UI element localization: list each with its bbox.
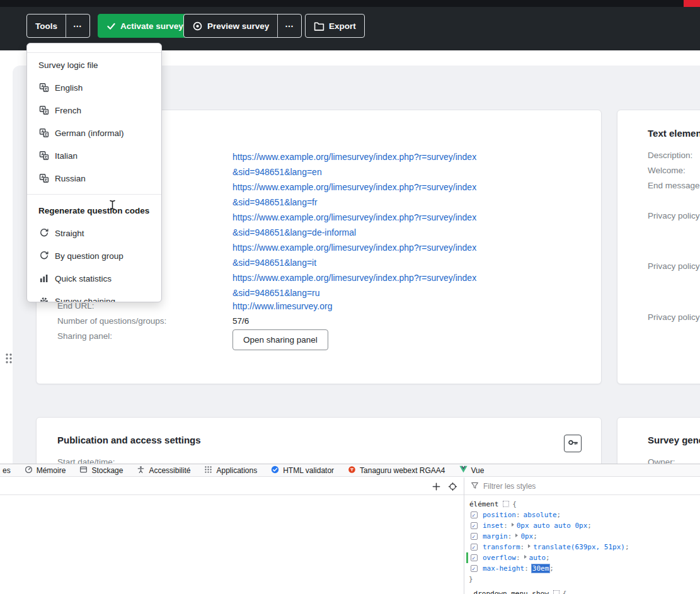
devtools-tab-storage[interactable]: Stockage — [72, 464, 130, 476]
devtools-tab-label: Vue — [471, 466, 485, 475]
css-property-name[interactable]: overflow — [483, 554, 516, 562]
devtools-tab-tanaguru[interactable]: Tanaguru webext RGAA4 — [341, 464, 452, 476]
regenerate-icon — [38, 251, 49, 261]
grid-icon — [204, 465, 212, 476]
devtools-tab-accessibility[interactable]: Accessibilité — [130, 464, 197, 476]
survey-url-link[interactable]: https://www.example.org/limesurvey/index… — [232, 270, 477, 300]
text-element-label: Privacy policy label: — [648, 312, 700, 322]
tools-button[interactable]: Tools ⋯ — [26, 14, 90, 38]
css-property-name[interactable]: inset — [483, 522, 503, 530]
devtools-tab-applications[interactable]: Applications — [197, 464, 264, 476]
styles-filter-input[interactable] — [483, 482, 694, 491]
devtools-tab-vue[interactable]: Vue — [452, 464, 491, 476]
menu-item-language-french[interactable]: French — [27, 99, 161, 122]
menu-item-language-russian[interactable]: Russian — [27, 167, 161, 190]
tools-more-button[interactable]: ⋯ — [66, 14, 89, 37]
tools-button-label[interactable]: Tools — [27, 14, 66, 37]
css-value[interactable]: 0px auto auto 0px — [517, 522, 588, 530]
filter-icon — [471, 481, 479, 492]
devtools-tab-label: Tanaguru webext RGAA4 — [360, 466, 445, 475]
css-property-name[interactable]: transform — [483, 543, 520, 551]
menu-item-language-german-informal[interactable]: German (informal) — [27, 122, 161, 144]
css-property-line: transform:translate(639px, 51px); — [464, 542, 700, 552]
language-icon — [38, 173, 49, 184]
drag-handle[interactable] — [5, 353, 13, 367]
text-element-label: Description: — [648, 151, 692, 160]
text-elements-card: Text elements Description: Welcome: End … — [617, 110, 700, 384]
property-toggle-checkbox[interactable] — [471, 511, 478, 518]
devtools-tab-label: Stockage — [91, 466, 123, 475]
grid-badge-icon[interactable] — [553, 590, 559, 594]
menu-item-language-italian[interactable]: Italian — [27, 144, 161, 167]
css-property-name[interactable]: position — [483, 511, 516, 519]
vue-icon — [459, 465, 468, 475]
close-brace: } — [469, 575, 473, 583]
menu-item-language-english[interactable]: English — [27, 76, 161, 99]
menu-item-label: Quick statistics — [55, 274, 112, 283]
devtools-tab-label: Accessibilité — [149, 466, 190, 475]
property-toggle-checkbox[interactable] — [471, 533, 478, 540]
expand-arrow-icon[interactable] — [515, 534, 518, 537]
menu-item-by-question-group[interactable]: By question group — [27, 244, 161, 267]
preview-survey-button[interactable]: Preview survey ⋯ — [183, 14, 302, 38]
questions-count-label: Number of questions/groups: — [57, 316, 166, 326]
css-value[interactable]: 0px — [520, 532, 533, 540]
property-toggle-checkbox[interactable] — [471, 565, 478, 572]
survey-url-link[interactable]: https://www.example.org/limesurvey/index… — [232, 180, 477, 210]
markup-toolbar — [0, 477, 464, 495]
survey-url-link[interactable]: https://www.example.org/limesurvey/index… — [232, 240, 477, 270]
css-value[interactable]: auto — [529, 554, 546, 562]
css-value[interactable]: absolute — [524, 511, 557, 519]
node-picker-button[interactable] — [447, 481, 457, 491]
devtools-tab-partial[interactable]: es — [1, 464, 18, 476]
css-property-line: overflow:auto; — [464, 552, 700, 563]
menu-divider — [27, 194, 161, 195]
add-node-button[interactable] — [431, 481, 441, 491]
property-toggle-checkbox[interactable] — [471, 554, 478, 561]
language-icon — [38, 83, 49, 93]
card-title: Text elements — [648, 128, 700, 139]
menu-item-label: German (informal) — [55, 129, 124, 138]
css-value[interactable]: translate(639px, 51px) — [533, 543, 625, 551]
property-toggle-checkbox[interactable] — [471, 544, 478, 551]
export-button[interactable]: Export — [305, 14, 365, 38]
property-toggle-checkbox[interactable] — [471, 522, 478, 529]
css-rules-view: élément{ position:absolute; inset:0px au… — [464, 495, 700, 594]
expand-arrow-icon[interactable] — [512, 523, 514, 527]
recording-indicator — [684, 0, 700, 7]
menu-item-quick-statistics[interactable]: Quick statistics — [27, 267, 161, 290]
text-element-label: Privacy policy text: — [648, 211, 700, 220]
access-settings-key-button[interactable] — [564, 435, 582, 452]
change-indicator-bar — [466, 552, 468, 563]
grid-badge-icon[interactable] — [503, 501, 509, 507]
css-value-editing[interactable]: 30em — [532, 564, 550, 573]
expand-arrow-icon[interactable] — [524, 555, 527, 559]
menu-item-survey-chaining[interactable]: Survey chaining — [27, 290, 161, 302]
screen: Tools ⋯ Activate survey Preview survey ⋯ — [0, 0, 700, 594]
menu-spacer — [27, 46, 161, 52]
preview-more-button[interactable]: ⋯ — [278, 14, 301, 37]
preview-survey-label: Preview survey — [207, 21, 269, 31]
css-property-name[interactable]: margin — [483, 532, 508, 540]
css-property-name[interactable]: max-height — [483, 564, 524, 573]
css-selector[interactable]: .dropdown-menu.show — [469, 590, 549, 594]
end-url-link[interactable]: http://www.limesurvey.org — [232, 301, 332, 311]
css-rule-selector-line: élément{ — [464, 499, 700, 510]
expand-arrow-icon[interactable] — [528, 544, 531, 548]
survey-url-link[interactable]: https://www.example.org/limesurvey/index… — [232, 210, 477, 240]
devtools-tab-html-validator[interactable]: HTML validator — [264, 464, 341, 476]
activate-survey-button[interactable]: Activate survey — [98, 14, 192, 38]
open-sharing-panel-button[interactable]: Open sharing panel — [232, 329, 328, 350]
top-strip — [0, 0, 700, 7]
survey-url-link[interactable]: https://www.example.org/limesurvey/index… — [232, 149, 477, 180]
tools-dropdown-menu: Survey logic file English French German … — [26, 43, 162, 302]
button-divider — [277, 14, 278, 37]
devtools-tab-memory[interactable]: Mémoire — [18, 464, 73, 476]
devtools-tab-bar: es Mémoire Stockage Accessibilité Applic… — [0, 464, 700, 477]
menu-item-survey-logic-file[interactable]: Survey logic file — [27, 54, 161, 76]
devtools-tab-label: Applications — [216, 466, 257, 475]
menu-item-straight[interactable]: Straight — [27, 222, 161, 244]
menu-section-header: Regenerate question codes — [27, 199, 161, 222]
css-selector[interactable]: élément — [469, 500, 498, 508]
devtools-tab-label: es — [3, 466, 11, 475]
